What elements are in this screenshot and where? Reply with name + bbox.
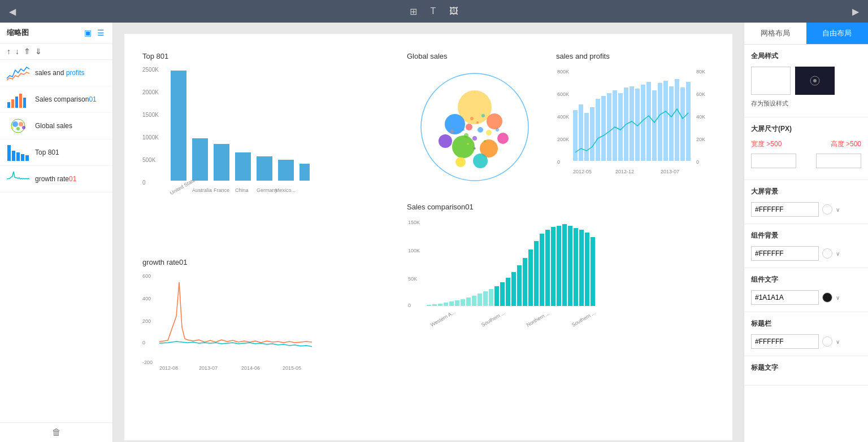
sales-profits-svg: 800K 600K 400K 200K 0 80K 60K 40K 20K 0 — [556, 65, 714, 189]
text-icon[interactable]: T — [428, 4, 439, 19]
svg-rect-26 — [257, 156, 272, 181]
height-label: 高度 >500 — [831, 139, 861, 149]
move-up-button[interactable]: ↑ — [7, 47, 11, 56]
svg-rect-22 — [171, 71, 186, 181]
screen-bg-color-arrow[interactable]: ∨ — [836, 207, 840, 213]
back-button[interactable]: ◀ — [7, 4, 18, 19]
svg-rect-123 — [511, 272, 516, 306]
svg-rect-133 — [568, 226, 572, 306]
list-icon[interactable]: ☰ — [96, 27, 106, 38]
svg-text:1000K: 1000K — [142, 134, 159, 141]
svg-text:80K: 80K — [696, 69, 705, 75]
svg-rect-98 — [675, 79, 679, 161]
screen-bg-color-circle[interactable] — [822, 204, 832, 215]
svg-rect-28 — [300, 164, 310, 181]
widget-text-color-circle[interactable] — [822, 292, 832, 303]
svg-text:2012-12: 2012-12 — [615, 169, 634, 174]
chart-global-sales: Global sales — [400, 45, 549, 196]
tab-free-layout[interactable]: 自由布局 — [806, 23, 869, 44]
svg-rect-115 — [466, 297, 471, 306]
svg-text:150K: 150K — [408, 220, 420, 225]
sidebar-label-growth-rate: growth rate01 — [35, 175, 76, 183]
svg-rect-129 — [545, 230, 550, 306]
image-icon[interactable]: 🖼 — [447, 4, 461, 19]
svg-rect-124 — [517, 265, 522, 306]
title-bar-color-input[interactable] — [751, 334, 819, 349]
svg-rect-3 — [19, 94, 22, 108]
svg-rect-4 — [23, 98, 26, 108]
right-charts-column: Global sales — [400, 45, 721, 429]
sidebar-item-sales-profits[interactable]: sales and profits — [0, 60, 112, 86]
svg-point-55 — [466, 124, 472, 130]
svg-rect-1 — [11, 99, 14, 108]
svg-point-8 — [16, 127, 20, 130]
svg-text:600: 600 — [142, 273, 151, 279]
canvas-area: Top 801 2500K 2000K 1500K 1000K 500K 0 — [113, 23, 744, 442]
sidebar-item-global-sales[interactable]: Global sales — [0, 113, 112, 139]
title-bar-title: 标题栏 — [751, 319, 861, 329]
title-bar-color-circle[interactable] — [822, 336, 832, 347]
sidebar-item-sales-comparison[interactable]: Sales comparison01 — [0, 86, 112, 113]
sidebar-arrows: ↑ ↓ ⇑ ⇓ — [0, 43, 112, 60]
grid-icon[interactable]: ⊞ — [407, 4, 419, 19]
sidebar-header: 缩略图 ▣ ☰ — [0, 23, 112, 43]
height-input[interactable] — [816, 154, 861, 168]
play-icon[interactable]: ▶ — [850, 4, 861, 19]
sidebar-item-growth-rate[interactable]: growth rate01 — [0, 166, 112, 192]
move-top-button[interactable]: ⇑ — [24, 47, 31, 56]
layout-icon[interactable]: ▣ — [83, 27, 93, 38]
sidebar-item-top801[interactable]: Top 801 — [0, 139, 112, 166]
svg-text:2500K: 2500K — [142, 67, 159, 73]
svg-rect-95 — [658, 83, 662, 161]
svg-rect-100 — [686, 82, 691, 161]
screen-size-title: 大屏尺寸(PX) — [751, 124, 861, 134]
tab-grid-layout[interactable]: 网格布局 — [744, 23, 806, 44]
svg-point-66 — [474, 147, 476, 150]
svg-rect-23 — [192, 138, 208, 181]
delete-button[interactable]: 🗑 — [52, 427, 61, 437]
svg-text:Southern ...: Southern ... — [480, 310, 506, 328]
svg-point-58 — [486, 130, 492, 135]
widget-bg-color-arrow[interactable]: ∨ — [836, 251, 840, 257]
move-down-button[interactable]: ↓ — [15, 47, 19, 56]
sidebar-label-top801: Top 801 — [35, 148, 59, 156]
widget-text-color-arrow[interactable]: ∨ — [836, 295, 840, 301]
screen-bg-color-input[interactable] — [751, 202, 819, 217]
widget-text-color-row: ∨ — [751, 290, 861, 305]
svg-rect-97 — [669, 86, 674, 161]
svg-rect-112 — [449, 301, 454, 306]
svg-text:50K: 50K — [408, 276, 417, 282]
svg-rect-125 — [523, 258, 527, 306]
top-bar: ◀ ⊞ T 🖼 ▶ — [0, 0, 868, 23]
svg-point-67 — [496, 128, 499, 132]
style-preset-dark[interactable] — [795, 67, 835, 95]
svg-point-51 — [439, 134, 452, 148]
width-input[interactable] — [751, 154, 796, 168]
svg-rect-80 — [573, 110, 578, 161]
svg-point-9 — [11, 126, 14, 129]
svg-text:0: 0 — [408, 303, 411, 308]
svg-text:2015-05: 2015-05 — [283, 365, 301, 371]
widget-text-color-input[interactable] — [751, 290, 819, 305]
title-bar-color-arrow[interactable]: ∨ — [836, 339, 840, 345]
svg-rect-14 — [21, 154, 24, 161]
style-presets — [751, 67, 861, 95]
title-bar-color-row: ∨ — [751, 334, 861, 349]
svg-point-60 — [470, 117, 474, 120]
style-preset-light[interactable] — [751, 67, 791, 95]
widget-bg-color-circle[interactable] — [822, 248, 832, 259]
move-bottom-button[interactable]: ⇓ — [35, 47, 42, 56]
svg-rect-127 — [534, 241, 539, 306]
top-left-section: Top 801 2500K 2000K 1500K 1000K 500K 0 — [136, 45, 400, 251]
svg-rect-90 — [630, 86, 634, 161]
svg-text:400: 400 — [142, 296, 151, 301]
svg-text:China: China — [235, 187, 249, 193]
growth-rate-svg: 600 400 200 0 -200 2012-08 2013-07 2014-… — [142, 271, 318, 384]
svg-text:600K: 600K — [557, 91, 569, 97]
svg-rect-88 — [618, 93, 623, 161]
svg-text:Germany: Germany — [257, 187, 278, 193]
widget-bg-color-input[interactable] — [751, 246, 819, 261]
sidebar-items: sales and profits Sales comparison01 — [0, 60, 112, 422]
save-preset-button[interactable]: 存为预设样式 — [751, 99, 788, 108]
svg-text:800K: 800K — [557, 69, 569, 75]
